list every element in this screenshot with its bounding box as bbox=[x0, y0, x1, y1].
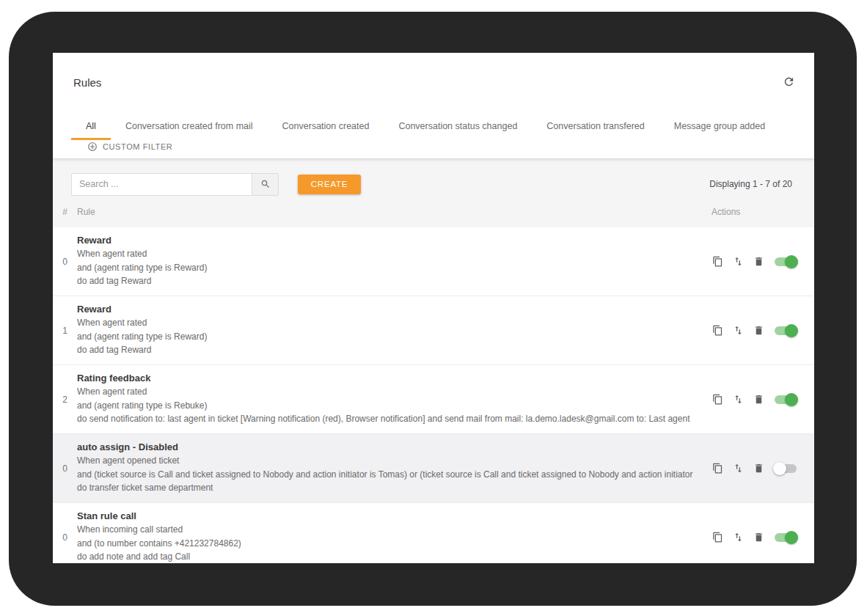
rule-line: and (agent rating type is Reward) bbox=[77, 261, 704, 275]
refresh-icon bbox=[783, 76, 795, 88]
tab-message-group-added[interactable]: Message group added bbox=[659, 114, 780, 140]
reorder-button[interactable] bbox=[732, 463, 744, 474]
column-header-number: # bbox=[53, 207, 77, 217]
rule-line: When agent opened ticket bbox=[77, 454, 704, 468]
copy-icon bbox=[712, 463, 723, 474]
delete-icon bbox=[753, 325, 764, 336]
rule-order-number: 0 bbox=[53, 227, 77, 296]
delete-icon bbox=[753, 463, 764, 474]
rule-line: do transfer ticket same department bbox=[77, 481, 704, 495]
copy-icon bbox=[712, 394, 723, 405]
reorder-button[interactable] bbox=[732, 394, 744, 406]
rule-description: Reward When agent ratedand (agent rating… bbox=[77, 296, 704, 364]
table-row: 0 Reward When agent ratedand (agent rati… bbox=[53, 227, 814, 296]
toggle-knob bbox=[785, 531, 798, 544]
reorder-icon bbox=[733, 532, 744, 543]
reorder-icon bbox=[733, 394, 744, 405]
enabled-toggle[interactable] bbox=[773, 254, 798, 269]
displaying-count: Displaying 1 - 7 of 20 bbox=[709, 179, 792, 189]
enabled-toggle[interactable] bbox=[773, 323, 798, 338]
table-row: 0 Stan rule call When incoming call star… bbox=[53, 503, 814, 563]
tab-all[interactable]: All bbox=[71, 114, 111, 140]
rule-line: and (to number contains +421232784862) bbox=[77, 537, 704, 551]
column-header-actions: Actions bbox=[704, 207, 814, 217]
toggle-knob bbox=[773, 462, 786, 475]
panel-body: CREATE Displaying 1 - 7 of 20 # Rule Act… bbox=[53, 159, 814, 563]
rule-title: Rating feedback bbox=[77, 371, 704, 385]
reorder-icon bbox=[733, 256, 744, 267]
reorder-icon bbox=[733, 463, 744, 474]
enabled-toggle[interactable] bbox=[773, 392, 798, 407]
rule-description: Rating feedback When agent ratedand (age… bbox=[77, 365, 704, 433]
reorder-button[interactable] bbox=[732, 325, 744, 337]
delete-icon bbox=[753, 532, 764, 543]
delete-button[interactable] bbox=[753, 463, 764, 474]
rule-line: and (agent rating type is Reward) bbox=[77, 330, 704, 344]
screenshot-stage: Rules All Conversation created from mail… bbox=[0, 0, 867, 616]
page-title: Rules bbox=[73, 76, 101, 89]
table-row: 1 Reward When agent ratedand (agent rati… bbox=[53, 296, 814, 365]
delete-button[interactable] bbox=[753, 532, 764, 543]
rule-title: auto assign - Disabled bbox=[77, 440, 704, 454]
search-box bbox=[71, 173, 279, 196]
rule-actions bbox=[704, 434, 814, 502]
magnifier-icon bbox=[260, 179, 271, 189]
reorder-button[interactable] bbox=[732, 256, 744, 268]
copy-icon bbox=[712, 256, 723, 267]
rule-title: Stan rule call bbox=[77, 509, 704, 523]
tab-conversation-transfered[interactable]: Conversation transfered bbox=[532, 114, 659, 140]
toggle-knob bbox=[785, 255, 798, 268]
rule-title: Reward bbox=[77, 233, 704, 247]
rule-description: auto assign - Disabled When agent opened… bbox=[77, 434, 704, 502]
copy-button[interactable] bbox=[711, 325, 723, 337]
create-button[interactable]: CREATE bbox=[298, 175, 361, 194]
rule-line: do add tag Reward bbox=[77, 274, 704, 288]
plus-circle-icon bbox=[87, 142, 98, 152]
tab-conversation-created-from-mail[interactable]: Conversation created from mail bbox=[111, 114, 268, 140]
delete-button[interactable] bbox=[753, 256, 764, 268]
rule-line: do add tag Reward bbox=[77, 343, 704, 357]
reorder-icon bbox=[733, 325, 744, 336]
rules-list: 0 Reward When agent ratedand (agent rati… bbox=[53, 227, 814, 563]
enabled-toggle[interactable] bbox=[773, 461, 798, 476]
rule-order-number: 2 bbox=[53, 365, 77, 433]
rule-line: When incoming call started bbox=[77, 523, 704, 537]
toolbar: CREATE Displaying 1 - 7 of 20 bbox=[53, 159, 814, 196]
rule-line: When agent rated bbox=[77, 247, 704, 261]
column-header-rule: Rule bbox=[77, 207, 704, 217]
rule-order-number: 0 bbox=[53, 434, 77, 502]
toggle-knob bbox=[785, 393, 798, 406]
reorder-button[interactable] bbox=[732, 532, 744, 543]
delete-icon bbox=[753, 256, 764, 267]
copy-button[interactable] bbox=[711, 463, 723, 474]
tab-conversation-created[interactable]: Conversation created bbox=[268, 114, 384, 140]
table-header: # Rule Actions bbox=[53, 196, 814, 227]
rule-title: Reward bbox=[77, 302, 704, 316]
delete-button[interactable] bbox=[753, 394, 764, 406]
rule-order-number: 1 bbox=[53, 296, 77, 364]
custom-filter-button[interactable]: CUSTOM FILTER bbox=[87, 142, 172, 152]
search-input[interactable] bbox=[72, 174, 252, 195]
toggle-knob bbox=[785, 324, 798, 337]
copy-icon bbox=[712, 532, 723, 543]
rule-actions bbox=[704, 503, 814, 563]
copy-icon bbox=[712, 325, 723, 336]
enabled-toggle[interactable] bbox=[773, 530, 798, 545]
delete-button[interactable] bbox=[753, 325, 764, 337]
rule-line: and (ticket source is Call and ticket as… bbox=[77, 468, 704, 482]
custom-filter-label: CUSTOM FILTER bbox=[103, 142, 172, 151]
refresh-button[interactable] bbox=[780, 73, 797, 89]
copy-button[interactable] bbox=[711, 532, 723, 543]
copy-button[interactable] bbox=[711, 394, 723, 406]
rule-actions bbox=[704, 227, 814, 296]
delete-icon bbox=[753, 394, 764, 405]
rule-line: When agent rated bbox=[77, 385, 704, 399]
rule-order-number: 0 bbox=[53, 503, 77, 563]
search-button[interactable] bbox=[252, 174, 278, 195]
rule-actions bbox=[704, 365, 814, 433]
copy-button[interactable] bbox=[711, 256, 723, 268]
tab-conversation-status-changed[interactable]: Conversation status changed bbox=[384, 114, 532, 140]
rule-line: do send notification to: last agent in t… bbox=[77, 412, 704, 426]
rule-description: Reward When agent ratedand (agent rating… bbox=[77, 227, 704, 296]
table-row: 2 Rating feedback When agent ratedand (a… bbox=[53, 365, 814, 434]
